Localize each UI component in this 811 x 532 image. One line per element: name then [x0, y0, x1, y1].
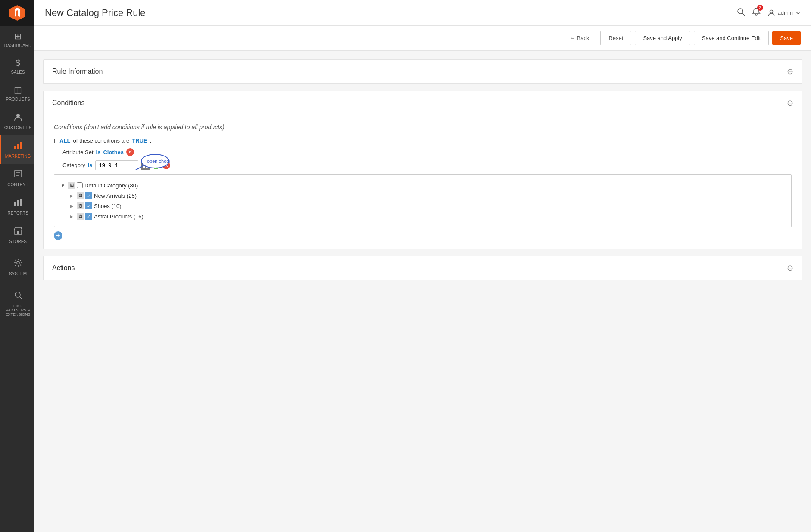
conditions-section: Conditions ⊖ Conditions (don't add condi…	[43, 91, 802, 249]
tree-expand-astral[interactable]: ▶	[68, 213, 75, 220]
back-button[interactable]: ← Back	[562, 31, 597, 45]
category-is-link[interactable]: is	[88, 162, 93, 168]
tree-label-new-arrivals: New Arrivals (25)	[94, 193, 137, 199]
category-label: Category	[62, 162, 85, 168]
conditions-title: Conditions	[52, 99, 85, 107]
sidebar-item-label: SALES	[11, 70, 25, 75]
save-button[interactable]: Save	[772, 31, 801, 45]
attribute-is-link[interactable]: is	[96, 149, 101, 156]
actions-section: Actions ⊖	[43, 256, 802, 280]
tree-check-astral[interactable]: ✓	[85, 213, 92, 220]
sidebar-item-label: REPORTS	[7, 211, 28, 215]
marketing-icon	[13, 140, 23, 152]
system-icon	[13, 258, 23, 270]
tree-expand-shoes[interactable]: ▶	[68, 202, 75, 209]
condition-all-row: If ALL of these conditions are TRUE :	[54, 137, 792, 144]
tree-expand-default[interactable]: ▼	[59, 182, 66, 189]
sidebar-item-content[interactable]: CONTENT	[0, 164, 34, 192]
svg-rect-12	[17, 231, 19, 234]
of-these-label: of these conditions are	[73, 137, 130, 144]
rule-information-title: Rule Information	[52, 68, 103, 75]
attribute-label: Attribute Set	[62, 149, 94, 156]
sidebar-item-label: SYSTEM	[9, 271, 27, 276]
reports-icon	[13, 197, 23, 209]
attribute-value-link[interactable]: Clothes	[103, 149, 124, 156]
conditions-body: Conditions (don't add conditions if rule…	[44, 115, 802, 249]
search-icon[interactable]	[736, 7, 745, 18]
sidebar-item-label: PRODUCTS	[6, 97, 30, 102]
action-bar: ← Back Reset Save and Apply Save and Con…	[34, 26, 811, 51]
content-icon	[13, 169, 23, 180]
magento-logo-icon	[9, 5, 25, 21]
actions-header[interactable]: Actions ⊖	[44, 256, 802, 280]
notification-icon[interactable]: 2	[752, 7, 761, 18]
tree-item-astral: ▶ 🖼 ✓ Astral Products (16)	[59, 211, 786, 221]
actions-toggle[interactable]: ⊖	[787, 263, 793, 273]
conditions-toggle[interactable]: ⊖	[787, 98, 793, 108]
tree-item-default: ▼ 🖼 Default Category (80)	[59, 180, 786, 190]
conditions-subtitle: Conditions (don't add conditions if rule…	[54, 124, 792, 131]
sidebar-item-system[interactable]: SYSTEM	[0, 253, 34, 281]
open-chooser-callout: open chooser	[123, 152, 170, 174]
sidebar-item-label: FIND PARTNERS & EXTENSIONS	[3, 304, 33, 317]
sidebar: ⊞ DASHBOARD $ SALES ◫ PRODUCTS CUSTOMERS…	[0, 0, 34, 532]
sidebar-item-stores[interactable]: STORES	[0, 221, 34, 249]
sidebar-item-find-partners[interactable]: FIND PARTNERS & EXTENSIONS	[0, 285, 34, 322]
sidebar-item-marketing[interactable]: MARKETING	[0, 135, 34, 164]
main-content: New Catalog Price Rule 2 admin ← Back Re…	[34, 0, 811, 532]
tree-label-default: Default Category (80)	[84, 182, 138, 189]
sidebar-item-customers[interactable]: CUSTOMERS	[0, 107, 34, 135]
content-area: Rule Information ⊖ Conditions ⊖ Conditio…	[34, 51, 811, 532]
tree-img-icon-shoes: 🖼	[77, 202, 84, 209]
all-keyword[interactable]: ALL	[59, 137, 70, 144]
svg-rect-9	[17, 200, 19, 206]
svg-point-18	[770, 10, 773, 13]
save-apply-button[interactable]: Save and Apply	[635, 31, 690, 45]
tree-check-new-arrivals[interactable]: ✓	[85, 192, 92, 199]
tree-check-shoes[interactable]: ✓	[85, 202, 92, 209]
if-label: If	[54, 137, 57, 144]
sidebar-item-reports[interactable]: REPORTS	[0, 192, 34, 221]
true-keyword[interactable]: TRUE	[132, 137, 147, 144]
sidebar-item-products[interactable]: ◫ PRODUCTS	[0, 80, 34, 107]
svg-rect-10	[20, 199, 22, 206]
sidebar-item-label: CUSTOMERS	[4, 125, 32, 130]
sidebar-item-sales[interactable]: $ SALES	[0, 53, 34, 80]
svg-rect-1	[14, 146, 16, 149]
chevron-down-icon	[795, 10, 801, 16]
tree-checkbox-default[interactable]	[77, 182, 83, 188]
svg-text:open chooser: open chooser	[147, 159, 170, 164]
svg-point-0	[16, 114, 20, 117]
svg-point-16	[738, 9, 743, 14]
add-condition-button[interactable]: +	[54, 231, 62, 240]
rule-information-toggle[interactable]: ⊖	[787, 67, 793, 76]
customers-icon	[13, 112, 23, 124]
save-continue-button[interactable]: Save and Continue Edit	[694, 31, 769, 45]
sidebar-item-label: DASHBOARD	[4, 43, 31, 48]
sidebar-divider	[7, 251, 28, 251]
sidebar-divider-2	[7, 283, 28, 283]
reset-button[interactable]: Reset	[600, 31, 631, 45]
rule-information-header[interactable]: Rule Information ⊖	[44, 60, 802, 84]
notification-badge: 2	[757, 5, 763, 11]
sidebar-item-label: CONTENT	[7, 182, 28, 187]
actions-title: Actions	[52, 264, 75, 272]
category-row: Category is ✓ ✕ open chooser	[54, 160, 792, 170]
tree-label-astral: Astral Products (16)	[94, 213, 143, 220]
page-title: New Catalog Price Rule	[45, 7, 736, 19]
svg-rect-8	[14, 202, 16, 206]
find-partners-icon	[13, 290, 23, 302]
sidebar-item-dashboard[interactable]: ⊞ DASHBOARD	[0, 26, 34, 53]
category-tree: ▼ 🖼 Default Category (80) ▶ 🖼 ✓ New Arri…	[54, 174, 792, 227]
tree-img-icon: 🖼	[68, 182, 75, 189]
tree-expand-new-arrivals[interactable]: ▶	[68, 192, 75, 199]
dashboard-icon: ⊞	[14, 31, 22, 41]
svg-rect-3	[20, 142, 22, 149]
topbar: New Catalog Price Rule 2 admin	[34, 0, 811, 26]
svg-rect-2	[17, 144, 19, 149]
back-arrow-icon: ←	[570, 35, 575, 41]
admin-user-menu[interactable]: admin	[767, 9, 801, 17]
conditions-header[interactable]: Conditions ⊖	[44, 91, 802, 115]
sidebar-item-label: MARKETING	[5, 154, 31, 159]
stores-icon	[13, 226, 23, 237]
